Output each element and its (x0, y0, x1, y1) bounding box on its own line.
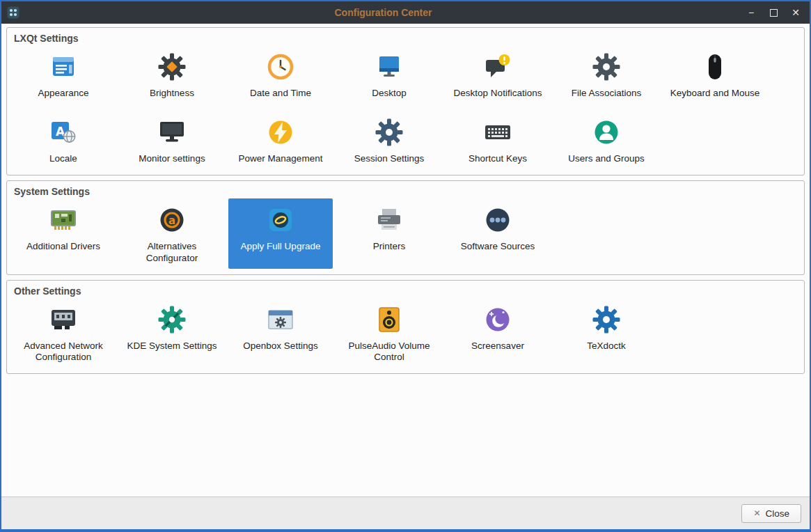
window-icon (7, 6, 21, 19)
close-button-icon: ✕ (753, 508, 760, 518)
app-item-label: TeXdoctk (587, 341, 626, 352)
app-item-date-time[interactable]: Date and Time (228, 45, 333, 104)
app-item-file-associations[interactable]: File Associations (554, 45, 659, 104)
maximize-icon (770, 9, 778, 17)
screensaver-icon (482, 304, 513, 336)
app-item-label: KDE System Settings (127, 341, 216, 352)
app-item-apply-full-upgrade[interactable]: Apply Full Upgrade (228, 198, 333, 269)
app-item-label: File Associations (572, 88, 642, 100)
group-title: Other Settings (11, 283, 800, 298)
locale-icon: A (48, 116, 79, 148)
app-item-label: Alternatives Configurator (121, 241, 223, 265)
configuration-center-window: Configuration Center − ✕ LXQt Settings (0, 0, 811, 532)
printers-icon (374, 204, 404, 236)
session-settings-icon (374, 116, 404, 148)
texdoctk-icon (591, 304, 622, 336)
group-title: System Settings (11, 183, 800, 198)
desktop-icon (374, 51, 404, 83)
app-item-monitor-settings[interactable]: Monitor settings (120, 111, 224, 169)
app-item-label: Date and Time (250, 88, 311, 100)
app-item-keyboard-mouse[interactable]: Keyboard and Mouse (663, 45, 767, 104)
power-management-icon (265, 116, 296, 148)
app-item-label: PulseAudio Volume Control (338, 341, 440, 364)
dialog-button-bar: ✕ Close (1, 496, 810, 529)
app-item-label: Printers (373, 241, 406, 253)
app-item-label: Advanced Network Configuration (13, 341, 114, 364)
app-item-label: Locale (49, 153, 77, 165)
app-item-texdoctk[interactable]: TeXdoctk (554, 298, 659, 368)
app-item-power-management[interactable]: Power Management (228, 111, 333, 169)
settings-content: LXQt Settings Appearance (1, 24, 810, 496)
monitor-settings-icon (157, 116, 187, 148)
app-item-screensaver[interactable]: Screensaver (446, 298, 550, 368)
additional-drivers-icon (48, 204, 79, 236)
app-item-printers[interactable]: Printers (337, 198, 441, 269)
file-associations-icon (591, 51, 622, 83)
app-item-desktop[interactable]: Desktop (337, 45, 441, 104)
app-item-appearance[interactable]: Appearance (11, 45, 116, 104)
group-system-settings: System Settings (6, 180, 805, 275)
app-item-users-groups[interactable]: Users and Groups (554, 111, 659, 169)
maximize-button[interactable] (768, 1, 779, 24)
app-item-label: Software Sources (461, 241, 535, 253)
titlebar[interactable]: Configuration Center − ✕ (1, 1, 810, 24)
close-button-label: Close (765, 508, 789, 519)
app-item-software-sources[interactable]: Software Sources (446, 198, 550, 269)
keyboard-mouse-icon (700, 51, 730, 83)
software-sources-icon (482, 204, 513, 236)
close-window-button[interactable]: ✕ (790, 1, 801, 24)
app-item-label: Shortcut Keys (469, 153, 527, 165)
app-item-label: Screensaver (471, 341, 524, 352)
app-item-locale[interactable]: A Locale (11, 111, 116, 169)
pulseaudio-icon (374, 304, 404, 336)
app-item-label: Power Management (239, 153, 323, 165)
desktop-notifications-icon (482, 51, 513, 83)
appearance-icon (48, 51, 79, 83)
brightness-icon (157, 51, 187, 83)
app-item-label: Appearance (38, 88, 89, 100)
openbox-settings-icon (265, 304, 296, 336)
app-item-label: Keyboard and Mouse (670, 88, 759, 100)
close-button[interactable]: ✕ Close (741, 504, 801, 523)
app-item-alternatives-configurator[interactable]: a Alternatives Configurator (120, 198, 224, 269)
group-title: LXQt Settings (11, 30, 800, 45)
group-lxqt-settings: LXQt Settings Appearance (6, 27, 805, 175)
app-item-label: Users and Groups (568, 153, 645, 165)
advanced-network-icon (48, 304, 79, 336)
app-item-label: Monitor settings (139, 153, 205, 165)
app-item-kde-system-settings[interactable]: KDE System Settings (120, 298, 224, 368)
group-other-settings: Other Settings Advan (6, 280, 805, 375)
window-title: Configuration Center (21, 7, 746, 18)
kde-system-settings-icon (157, 304, 187, 336)
date-time-icon (265, 51, 296, 83)
svg-text:a: a (168, 214, 175, 226)
app-item-label: Desktop Notifications (454, 88, 542, 100)
app-item-label: Openbox Settings (243, 341, 317, 352)
app-item-shortcut-keys[interactable]: Shortcut Keys (446, 111, 550, 169)
app-item-session-settings[interactable]: Session Settings (337, 111, 441, 169)
app-item-brightness[interactable]: Brightness (120, 45, 224, 104)
minimize-button[interactable]: − (746, 1, 757, 24)
app-item-label: Desktop (372, 88, 407, 100)
shortcut-keys-icon (482, 116, 513, 148)
app-item-desktop-notifications[interactable]: Desktop Notifications (446, 45, 550, 104)
app-item-label: Session Settings (354, 153, 425, 165)
app-item-additional-drivers[interactable]: Additional Drivers (11, 198, 116, 269)
app-item-label: Brightness (150, 88, 194, 100)
app-item-pulseaudio[interactable]: PulseAudio Volume Control (337, 298, 441, 368)
users-groups-icon (591, 116, 622, 148)
apply-full-upgrade-icon (265, 204, 296, 236)
app-item-advanced-network[interactable]: Advanced Network Configuration (11, 298, 116, 368)
alternatives-configurator-icon: a (157, 204, 187, 236)
app-item-label: Additional Drivers (26, 241, 100, 253)
app-item-openbox-settings[interactable]: Openbox Settings (228, 298, 333, 368)
app-item-label: Apply Full Upgrade (241, 241, 321, 253)
